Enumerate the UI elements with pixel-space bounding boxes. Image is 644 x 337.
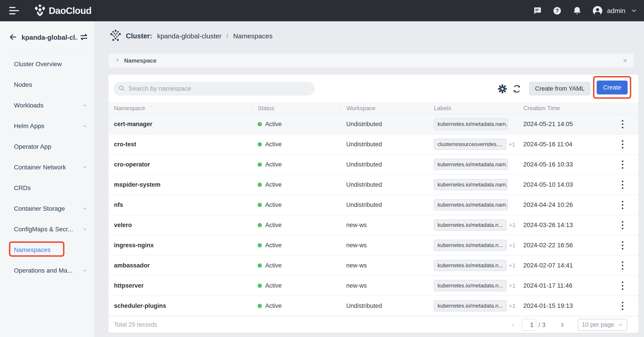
search-input[interactable] — [128, 85, 312, 92]
sidebar-item-configmaps-secr[interactable]: ConfigMaps & Secr... — [0, 219, 94, 240]
label-chip: kubernetes.io/metadata.n... — [434, 260, 507, 271]
status-text: Active — [265, 242, 282, 249]
back-arrow-icon[interactable] — [9, 33, 17, 42]
row-actions-kebab-icon[interactable] — [620, 219, 626, 232]
status-dot — [258, 304, 262, 308]
chevron-down-icon — [618, 322, 623, 328]
column-header-actions — [606, 102, 638, 114]
table-row[interactable]: velero Active new-ws kubernetes.io/metad… — [108, 215, 638, 235]
status-text: Active — [265, 222, 282, 229]
total-records: Total 25 records — [114, 321, 157, 328]
sidebar-item-nodes[interactable]: Nodes — [0, 74, 94, 95]
sidebar-item-workloads[interactable]: Workloads — [0, 95, 94, 116]
namespace-name[interactable]: mspider-system — [114, 181, 160, 188]
sidebar-item-label: Operations and Ma... — [14, 267, 72, 274]
row-actions-kebab-icon[interactable] — [620, 118, 626, 130]
namespace-name[interactable]: ambassador — [114, 262, 150, 269]
table-row[interactable]: httpserver Active new-ws kubernetes.io/m… — [108, 276, 638, 296]
namespace-name[interactable]: velero — [114, 222, 132, 229]
page-number-input[interactable] — [522, 319, 536, 331]
sidebar-item-label: Workloads — [14, 102, 44, 109]
namespace-panel-header[interactable]: Namespace — [109, 54, 634, 68]
status-dot — [258, 142, 262, 146]
status-dot — [258, 284, 262, 288]
chevron-down-icon — [82, 268, 88, 273]
username[interactable]: admin — [607, 7, 626, 14]
user-avatar[interactable] — [592, 6, 603, 16]
namespace-name[interactable]: cert-manager — [114, 121, 152, 128]
breadcrumb-cluster-link[interactable]: kpanda-global-cluster — [157, 32, 222, 40]
hamburger-menu-icon[interactable] — [9, 7, 20, 14]
cluster-dots-icon — [109, 29, 122, 43]
sidebar-item-container-network[interactable]: Container Network — [0, 157, 94, 178]
table-row[interactable]: cro-operator Active Undistributed kubern… — [108, 154, 638, 175]
sidebar-item-crds[interactable]: CRDs — [0, 178, 94, 198]
table-row[interactable]: ingress-nginx Active new-ws kubernetes.i… — [108, 235, 638, 256]
settings-gear-icon[interactable] — [498, 84, 507, 94]
chevron-right-icon[interactable] — [115, 57, 120, 64]
table-body: cert-manager Active Undistributed kubern… — [108, 114, 638, 316]
workspace-value: Undistributed — [346, 302, 382, 310]
chevron-down-icon — [82, 103, 88, 108]
brand[interactable]: DaoCloud — [35, 4, 91, 17]
table-row[interactable]: nfs Active Undistributed kubernetes.io/m… — [108, 195, 638, 215]
row-actions-kebab-icon[interactable] — [620, 158, 626, 171]
pagination: / 3 10 per page — [510, 319, 627, 331]
sidebar-item-label: Container Network — [14, 164, 66, 171]
row-actions-kebab-icon[interactable] — [620, 178, 626, 191]
namespace-name[interactable]: cro-operator — [114, 161, 150, 168]
create-button[interactable]: Create — [597, 80, 628, 94]
messages-icon[interactable] — [532, 6, 542, 16]
next-page-icon[interactable] — [560, 322, 565, 328]
sidebar-item-cluster-overview[interactable]: Cluster Overview — [0, 54, 94, 74]
workspace-value: Undistributed — [346, 141, 382, 148]
sidebar-item-label: Helm Apps — [14, 122, 44, 130]
table-row[interactable]: cro-test Active Undistributed clusterres… — [108, 134, 638, 154]
sidebar-item-helm-apps[interactable]: Helm Apps — [0, 116, 94, 136]
chevron-down-icon — [82, 206, 88, 211]
namespace-name[interactable]: scheduler-plugins — [114, 302, 166, 310]
svg-text:?: ? — [556, 8, 559, 14]
sidebar-item-operator-app[interactable]: Operator App — [0, 136, 94, 157]
switch-cluster-icon[interactable] — [80, 32, 88, 42]
sidebar-item-label: Container Storage — [14, 205, 65, 212]
workspace-value: Undistributed — [346, 181, 382, 188]
breadcrumb: Cluster: kpanda-global-cluster / Namespa… — [109, 30, 272, 43]
namespace-name[interactable]: httpserver — [114, 282, 144, 289]
status-dot — [258, 243, 262, 248]
row-actions-kebab-icon[interactable] — [620, 300, 626, 312]
table-row[interactable]: cert-manager Active Undistributed kubern… — [108, 114, 638, 134]
search-box[interactable] — [113, 82, 314, 96]
table-row[interactable]: scheduler-plugins Active Undistributed k… — [108, 296, 638, 316]
close-icon[interactable] — [622, 58, 628, 64]
workspace-value: Undistributed — [346, 121, 382, 128]
create-from-yaml-button[interactable]: Create from YAML — [529, 82, 590, 96]
label-chip: kubernetes.io/metadata.nam... — [434, 179, 508, 190]
namespace-name[interactable]: cro-test — [114, 141, 136, 148]
help-icon[interactable]: ? — [552, 6, 562, 16]
main-content: Cluster: kpanda-global-cluster / Namespa… — [94, 21, 644, 337]
user-menu-chevron-down-icon[interactable] — [629, 6, 638, 16]
row-actions-kebab-icon[interactable] — [620, 198, 626, 211]
row-actions-kebab-icon[interactable] — [620, 239, 626, 252]
namespace-name[interactable]: nfs — [114, 202, 123, 208]
sidebar-item-operations-and-ma[interactable]: Operations and Ma... — [0, 260, 94, 281]
table-row[interactable]: mspider-system Active Undistributed kube… — [108, 175, 638, 195]
status-text: Active — [265, 282, 282, 289]
sidebar-item-container-storage[interactable]: Container Storage — [0, 198, 94, 219]
row-actions-kebab-icon[interactable] — [620, 259, 626, 272]
per-page-select[interactable]: 10 per page — [578, 319, 627, 331]
brand-name: DaoCloud — [49, 6, 91, 16]
label-chip: clusterresourceoverrides.... — [434, 139, 506, 150]
namespace-name[interactable]: ingress-nginx — [114, 242, 154, 249]
notifications-bell-icon[interactable] — [572, 6, 582, 16]
sidebar-item-namespaces[interactable]: Namespaces — [0, 240, 94, 260]
label-chip: kubernetes.io/metadata.nam... — [434, 199, 508, 210]
previous-page-icon[interactable] — [510, 322, 516, 328]
label-chip: kubernetes.io/metadata.nam... — [434, 159, 508, 170]
row-actions-kebab-icon[interactable] — [620, 138, 626, 151]
status-text: Active — [265, 262, 282, 269]
refresh-icon[interactable] — [512, 84, 522, 94]
table-row[interactable]: ambassador Active new-ws kubernetes.io/m… — [108, 256, 638, 276]
row-actions-kebab-icon[interactable] — [620, 279, 626, 292]
